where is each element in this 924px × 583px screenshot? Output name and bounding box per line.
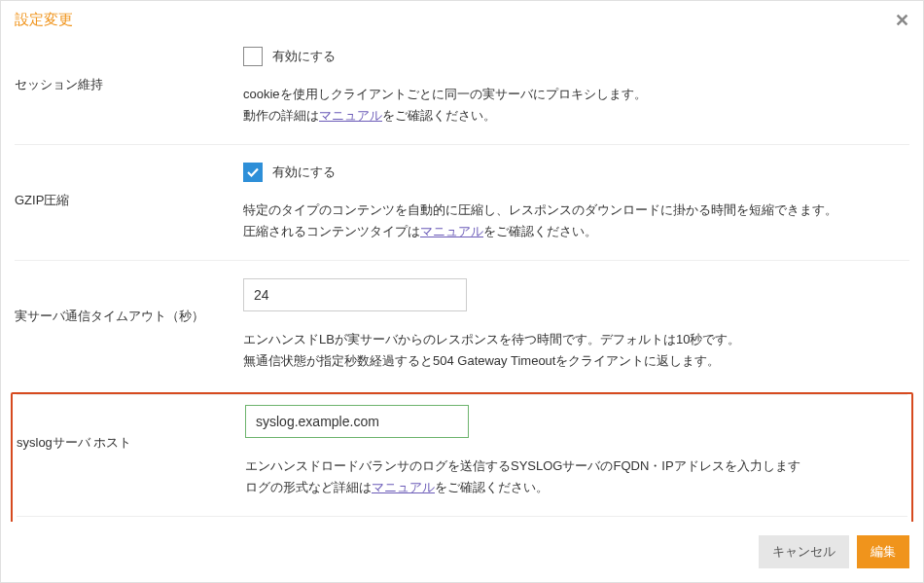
- highlight-region: syslogサーバ ホスト エンハンスドロードバランサのログを送信するSYSLO…: [11, 392, 913, 522]
- row-label: syslogサーバ ホスト: [17, 405, 245, 498]
- row-label: セッション維持: [15, 47, 243, 127]
- row-content: 有効にする 特定のタイプのコンテンツを自動的に圧縮し、レスポンスのダウンロードに…: [243, 163, 909, 242]
- description: エンハンスドロードバランサのログを送信するSYSLOGサーバのFQDN・IPアド…: [245, 455, 907, 498]
- checkbox-label: 有効にする: [272, 164, 336, 181]
- description: エンハンスドLBが実サーバからのレスポンスを待つ時間です。デフォルトは10秒です…: [243, 329, 909, 372]
- row-gzip-compression: GZIP圧縮 有効にする 特定のタイプのコンテンツを自動的に圧縮し、レスポンスの…: [15, 144, 909, 260]
- manual-link[interactable]: マニュアル: [372, 480, 435, 494]
- dialog-title: 設定変更: [15, 11, 73, 29]
- cancel-button[interactable]: キャンセル: [759, 535, 849, 568]
- dialog-body: セッション維持 有効にする cookieを使用しクライアントごとに同一の実サーバ…: [1, 37, 923, 522]
- manual-link[interactable]: マニュアル: [420, 224, 483, 238]
- description: 特定のタイプのコンテンツを自動的に圧縮し、レスポンスのダウンロードに掛かる時間を…: [243, 200, 909, 242]
- dialog-header: 設定変更 ✕: [1, 1, 923, 37]
- manual-link[interactable]: マニュアル: [319, 108, 382, 123]
- row-server-timeout: 実サーバ通信タイムアウト（秒） エンハンスドLBが実サーバからのレスポンスを待つ…: [15, 260, 909, 389]
- settings-dialog: 設定変更 ✕ セッション維持 有効にする cookieを使用しクライアントごとに…: [0, 0, 924, 583]
- session-enable-checkbox[interactable]: [243, 47, 263, 66]
- row-label: GZIP圧縮: [15, 163, 243, 242]
- dialog-footer: キャンセル 編集: [1, 522, 923, 582]
- close-icon[interactable]: ✕: [895, 12, 909, 29]
- description: cookieを使用しクライアントごとに同一の実サーバにプロキシします。 動作の詳…: [243, 84, 909, 127]
- timeout-input[interactable]: [243, 278, 467, 311]
- row-label: 実サーバ通信タイムアウト（秒）: [15, 278, 243, 372]
- row-content: エンハンスドLBが実サーバからのレスポンスを待つ時間です。デフォルトは10秒です…: [243, 278, 909, 372]
- submit-button[interactable]: 編集: [857, 535, 909, 568]
- row-content: 有効にする cookieを使用しクライアントごとに同一の実サーバにプロキシします…: [243, 47, 909, 127]
- row-session-persistence: セッション維持 有効にする cookieを使用しクライアントごとに同一の実サーバ…: [15, 37, 909, 144]
- syslog-host-input[interactable]: [245, 405, 469, 438]
- checkbox-label: 有効にする: [272, 48, 336, 65]
- checkbox-wrapper: 有効にする: [243, 47, 909, 66]
- row-syslog-host: syslogサーバ ホスト エンハンスドロードバランサのログを送信するSYSLO…: [17, 394, 907, 516]
- row-content: エンハンスドロードバランサのログを送信するSYSLOGサーバのFQDN・IPアド…: [245, 405, 907, 498]
- gzip-enable-checkbox[interactable]: [243, 163, 263, 182]
- checkbox-wrapper: 有効にする: [243, 163, 909, 182]
